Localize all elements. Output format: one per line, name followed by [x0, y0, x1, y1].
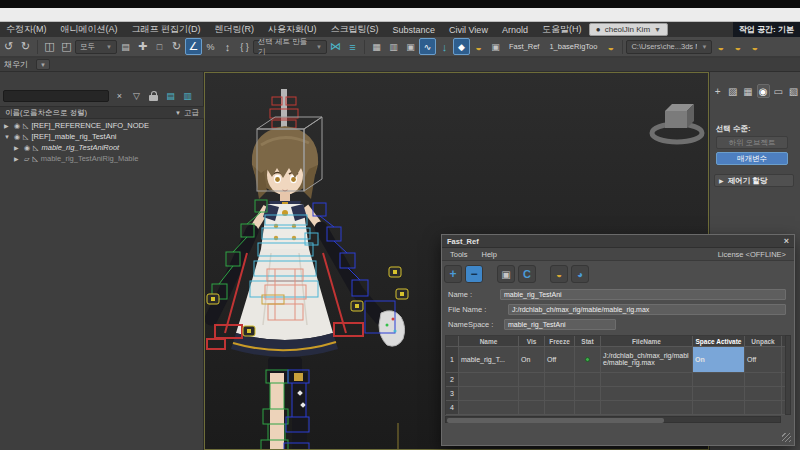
menu-graph-editors[interactable]: 그래프 편집기(D) [132, 23, 201, 36]
selection-filter-dropdown[interactable]: 모두▼ [75, 40, 117, 54]
dialog-titlebar[interactable]: Fast_Ref × [442, 235, 794, 248]
modify-tab-icon[interactable]: ▨ [726, 84, 739, 98]
select-object-icon[interactable]: □ [151, 38, 168, 55]
script-button-baserig[interactable]: 1_baseRigToo [544, 42, 602, 51]
select-move-icon[interactable]: ✚ [134, 38, 151, 55]
utilities-tab-icon[interactable]: ▧ [787, 84, 800, 98]
project-path-dropdown[interactable]: C:\Users\che...3ds Max 2023▼ [626, 40, 712, 54]
scrollbar-thumb[interactable] [447, 418, 664, 423]
display-children-icon[interactable]: ▥ [181, 90, 194, 103]
eye-icon[interactable]: ◉ [14, 133, 20, 141]
menu-substance[interactable]: Substance [393, 25, 436, 35]
menu-scripting[interactable]: 스크립팅(S) [331, 23, 379, 36]
motion-tab-icon[interactable]: ◉ [757, 84, 770, 98]
collapse-icon[interactable]: ▼ [4, 134, 11, 140]
tree-row[interactable]: ▶ ◉ ◺ [REF]_REFERENCE_INFO_NODE [0, 120, 204, 131]
advanced-toggle[interactable]: ▼ 고급 [175, 108, 199, 118]
table-row[interactable]: 2 [446, 373, 786, 387]
spinner-snap-icon[interactable]: ↕ [219, 38, 236, 55]
add-reference-button[interactable]: + [444, 265, 462, 283]
remove-reference-button[interactable]: − [465, 265, 483, 283]
select-rotate-icon[interactable]: ↻ [168, 38, 185, 55]
rendered-frame-window-icon[interactable]: ▣ [487, 38, 504, 55]
render-setup-icon[interactable]: ◆ [453, 38, 470, 55]
close-icon[interactable]: × [784, 236, 789, 246]
render-last-icon[interactable]: ◒ [746, 38, 763, 55]
parameters-button[interactable]: 매개변수 [716, 152, 788, 165]
chevron-down-icon: ▼ [175, 110, 181, 116]
assign-controller-rollout[interactable]: ▶ 제어기 할당 [714, 174, 794, 187]
align-icon[interactable]: ≡ [344, 38, 361, 55]
lock-icon[interactable] [147, 90, 160, 103]
table-row[interactable]: 4 [446, 401, 786, 415]
filename-value-field[interactable]: J:/rdchlab_ch/max_rig/mable/mable_rig.ma… [508, 304, 786, 315]
menu-civil-view[interactable]: Civil View [449, 25, 488, 35]
select-link-icon[interactable]: ◫ [41, 38, 58, 55]
ribbon-toggle-icon[interactable]: ▣ [402, 38, 419, 55]
dialog-menu-help[interactable]: Help [482, 250, 497, 259]
box-icon[interactable]: ▱ [24, 155, 29, 163]
user-account-button[interactable]: ● cheolJin Kim ▼ [589, 23, 668, 36]
reload-icon[interactable]: C [518, 265, 536, 283]
cell-space-activate[interactable]: On [693, 347, 745, 372]
dialog-menu-tools[interactable]: Tools [450, 250, 468, 259]
mirror-icon[interactable]: ⋈ [327, 38, 344, 55]
tree-row[interactable]: ▶ ◉ ◺ mable_rig_TestAniRoot [0, 142, 204, 153]
layer-manager-icon[interactable]: ▦ [368, 38, 385, 55]
script-button-fastref[interactable]: Fast_Ref [504, 42, 544, 51]
curve-editor-icon[interactable]: ∿ [419, 38, 436, 55]
table-row[interactable]: 3 [446, 387, 786, 401]
eye-icon[interactable]: ◉ [24, 144, 30, 152]
tree-row[interactable]: ▼ ◉ ◺ [REF]_mable_rig_TestAni [0, 131, 204, 142]
undo-icon[interactable]: ↺ [0, 38, 17, 55]
create-tab-icon[interactable]: + [711, 84, 724, 98]
cell-unpack[interactable]: Off [745, 347, 782, 372]
merge-teapot-icon[interactable]: ◒ [550, 265, 568, 283]
eye-icon[interactable]: ◉ [14, 122, 20, 130]
ribbon-expand-icon[interactable]: ▼ [36, 59, 50, 70]
menu-rendering[interactable]: 렌더링(R) [215, 23, 255, 36]
clear-search-icon[interactable]: × [113, 90, 126, 103]
table-vertical-scrollbar[interactable] [785, 335, 791, 415]
table-horizontal-scrollbar[interactable] [445, 416, 781, 423]
menu-arnold[interactable]: Arnold [502, 25, 528, 35]
named-selection-sets-dropdown[interactable]: 선택 세트 만들기▼ [253, 40, 327, 54]
render-iterative-icon[interactable]: ◒ [729, 38, 746, 55]
name-value-field[interactable]: mable_rig_TestAni [500, 289, 786, 300]
dialog-resize-grip[interactable] [782, 433, 791, 442]
ribbon-tab-populate[interactable]: 채우기 [4, 59, 28, 70]
expand-icon[interactable]: ▶ [4, 122, 11, 129]
edit-named-selections-icon[interactable]: { } [236, 38, 253, 55]
tree-row[interactable]: ▶ ▱ ◺ mable_rig_TestAniRig_Mable [0, 153, 204, 164]
render-production-icon[interactable]: ◒ [712, 38, 729, 55]
explorer-sort-header[interactable]: 이름(오름차순으로 정렬) ▼ 고급 [0, 106, 204, 119]
menu-modifiers[interactable]: 수정자(M) [6, 23, 47, 36]
schematic-view-icon[interactable]: ↓ [436, 38, 453, 55]
unlink-selection-icon[interactable]: ◰ [58, 38, 75, 55]
sub-object-button[interactable]: 하위 오브젝트 [716, 136, 788, 149]
redo-icon[interactable]: ↻ [17, 38, 34, 55]
menu-customize[interactable]: 사용자화(U) [268, 23, 317, 36]
namespace-value-field[interactable]: mable_rig_TestAni [504, 319, 616, 330]
scene-explorer-toggle-icon[interactable]: ▥ [385, 38, 402, 55]
select-node-icon[interactable]: ◕ [571, 265, 589, 283]
material-editor-icon[interactable]: ◒ [470, 38, 487, 55]
render-teapot-icon[interactable]: ◒ [602, 38, 619, 55]
display-tab-icon[interactable]: ▭ [772, 84, 785, 98]
filter-icon[interactable]: ▽ [130, 90, 143, 103]
duplicate-icon[interactable]: ▣ [497, 265, 515, 283]
search-input[interactable] [3, 90, 109, 102]
cell-freeze[interactable]: Off [545, 347, 575, 372]
workspace-selector[interactable]: 작업 공간: 기본 [733, 22, 800, 37]
menu-help[interactable]: 도움말(H) [542, 23, 582, 36]
expand-icon[interactable]: ▶ [14, 144, 21, 151]
expand-icon[interactable]: ▶ [14, 155, 21, 162]
cell-vis[interactable]: On [519, 347, 545, 372]
snap-toggle-icon[interactable]: ∠ [185, 38, 202, 55]
percent-snap-icon[interactable]: % [202, 38, 219, 55]
hierarchy-tab-icon[interactable]: ▦ [741, 84, 754, 98]
display-none-icon[interactable]: ▤ [164, 90, 177, 103]
select-by-name-icon[interactable]: ▤ [117, 38, 134, 55]
table-row[interactable]: 1 mable_rig_T... On Off J:/rdchlab_ch/ma… [446, 347, 786, 373]
menu-animation[interactable]: 애니메이션(A) [61, 23, 118, 36]
